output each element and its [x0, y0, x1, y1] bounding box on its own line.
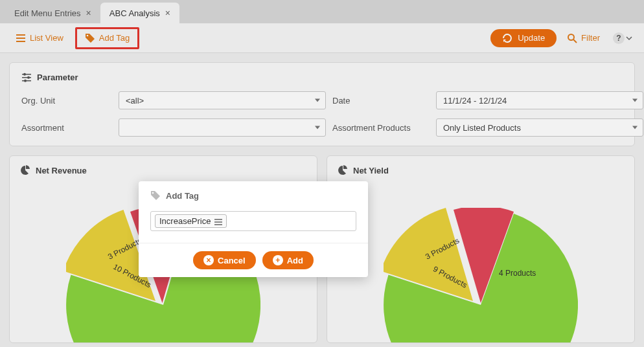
- svg-point-12: [152, 192, 154, 194]
- modal-title: Add Tag: [166, 191, 199, 201]
- cancel-button[interactable]: × Cancel: [193, 251, 256, 269]
- tag-chip-label: IncreasePrice: [159, 216, 211, 226]
- modal-footer: × Cancel + Add: [139, 243, 368, 277]
- tag-icon: [150, 190, 161, 201]
- add-button[interactable]: + Add: [262, 251, 314, 269]
- modal-header: Add Tag: [139, 181, 368, 207]
- modal-backdrop[interactable]: [0, 0, 644, 347]
- tag-input[interactable]: IncreasePrice: [150, 211, 356, 231]
- menu-lines-icon: [214, 218, 222, 225]
- tag-chip[interactable]: IncreasePrice: [155, 214, 227, 228]
- cancel-icon: ×: [203, 255, 214, 265]
- cancel-label: Cancel: [218, 256, 246, 265]
- add-icon: +: [273, 255, 283, 265]
- add-tag-modal: Add Tag IncreasePrice × Cancel + Add: [139, 181, 368, 277]
- add-label: Add: [287, 256, 303, 265]
